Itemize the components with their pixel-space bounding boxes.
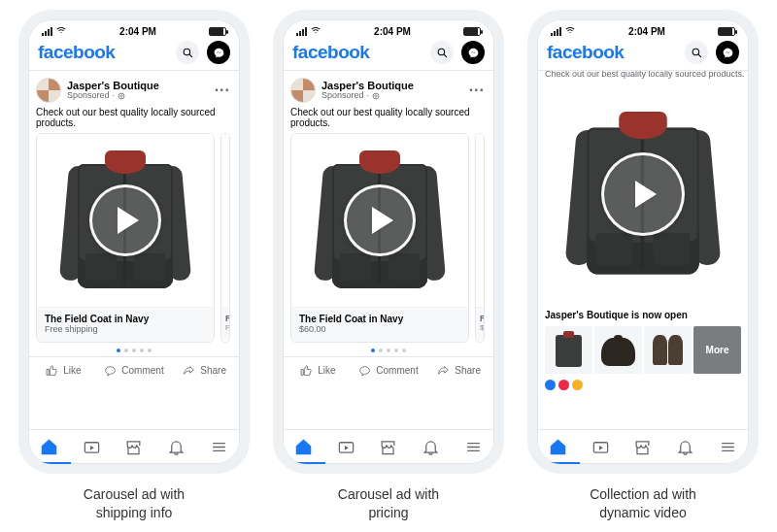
share-button[interactable]: Share: [169, 357, 240, 383]
tab-marketplace[interactable]: [113, 430, 155, 464]
tab-home[interactable]: [28, 430, 71, 464]
tab-marketplace[interactable]: [367, 430, 410, 464]
wifi-icon: [310, 25, 321, 37]
comment-button[interactable]: Comment: [354, 357, 424, 383]
tab-watch[interactable]: [325, 430, 368, 464]
advertiser-avatar[interactable]: [290, 78, 316, 103]
share-button[interactable]: Share: [423, 357, 494, 383]
phone-mock-3: 2:04 PM facebook Check out our best qual…: [527, 10, 759, 474]
tab-bar: [28, 429, 240, 464]
collection-headline: Jasper's Boutique is now open: [537, 304, 749, 326]
like-button[interactable]: Like: [283, 357, 354, 383]
facebook-logo: facebook: [292, 42, 369, 63]
tab-watch[interactable]: [71, 430, 114, 464]
post-actions: Like Comment Share: [283, 356, 494, 383]
status-bar: 2:04 PM: [283, 19, 494, 39]
carousel-card-2-peek[interactable]: Ribl $80: [475, 133, 485, 343]
svg-point-14: [693, 49, 699, 55]
tab-bar: [283, 429, 494, 464]
reaction-haha-icon: [572, 380, 583, 390]
figure-caption-3: Collection ad with dynamic video: [590, 485, 696, 522]
comment-button[interactable]: Comment: [99, 357, 170, 383]
figure-caption-1: Carousel ad with shipping info: [84, 485, 185, 522]
product-subtitle: $60.00: [299, 324, 460, 334]
status-time: 2:04 PM: [628, 26, 665, 37]
status-time: 2:04 PM: [119, 26, 156, 37]
post-caption: Check out our best quality locally sourc…: [283, 106, 494, 133]
tab-home[interactable]: [283, 430, 325, 464]
post-caption-truncated: Check out our best quality locally sourc…: [537, 71, 749, 79]
product-title: The Field Coat in Navy: [45, 314, 206, 324]
tab-menu[interactable]: [706, 430, 749, 464]
thumb-3[interactable]: [644, 326, 692, 374]
carousel-card-2-peek[interactable]: Ribl Free: [220, 133, 230, 343]
svg-point-7: [438, 49, 445, 55]
tab-notifications[interactable]: [155, 430, 198, 464]
tab-notifications[interactable]: [664, 430, 707, 464]
tab-home[interactable]: [537, 430, 580, 464]
carousel[interactable]: The Field Coat in Navy $60.00 Ribl $80: [283, 133, 494, 343]
search-icon[interactable]: [430, 41, 454, 64]
battery-icon: [718, 27, 735, 36]
signal-icon: [551, 27, 561, 36]
facebook-logo: facebook: [547, 42, 624, 63]
messenger-icon[interactable]: [461, 41, 485, 64]
battery-icon: [463, 27, 481, 36]
collection-hero[interactable]: [545, 84, 741, 304]
status-bar: 2:04 PM: [537, 19, 749, 39]
collection-thumbnails: More: [537, 326, 749, 378]
post-header: Jasper's Boutique Sponsored · ···: [28, 71, 240, 106]
play-icon[interactable]: [89, 184, 161, 256]
messenger-icon[interactable]: [207, 41, 230, 64]
reactions-row[interactable]: [537, 378, 749, 390]
thumb-2[interactable]: [594, 326, 642, 374]
svg-point-0: [184, 49, 190, 55]
product-video[interactable]: [291, 134, 468, 307]
app-bar: facebook: [537, 39, 749, 71]
figure-caption-2: Carousel ad with pricing: [338, 485, 439, 522]
facebook-logo: facebook: [38, 42, 115, 63]
tab-menu[interactable]: [197, 430, 240, 464]
like-button[interactable]: Like: [28, 357, 99, 383]
svg-line-1: [189, 54, 192, 57]
product-title: The Field Coat in Navy: [299, 314, 460, 324]
reaction-like-icon: [545, 380, 556, 390]
post-caption: Check out our best quality locally sourc…: [28, 106, 240, 133]
tab-bar: [537, 429, 749, 464]
post-header: Jasper's Boutique Sponsored · ···: [283, 71, 494, 106]
tab-marketplace[interactable]: [622, 430, 664, 464]
svg-line-15: [698, 54, 701, 57]
product-video[interactable]: [37, 134, 214, 307]
status-time: 2:04 PM: [374, 26, 411, 37]
svg-line-8: [444, 54, 447, 57]
globe-icon: [118, 92, 125, 100]
carousel-pager: [283, 343, 494, 356]
tab-menu[interactable]: [452, 430, 494, 464]
search-icon[interactable]: [685, 41, 708, 64]
phone-mock-1: 2:04 PM facebook Jasper's Boutique Spons…: [18, 10, 250, 474]
signal-icon: [296, 27, 307, 36]
app-bar: facebook: [28, 39, 240, 71]
carousel-card-1[interactable]: The Field Coat in Navy $60.00: [290, 133, 469, 343]
carousel[interactable]: The Field Coat in Navy Free shipping Rib…: [28, 133, 240, 343]
advertiser-avatar[interactable]: [36, 78, 61, 103]
phone-mock-2: 2:04 PM facebook Jasper's Boutique Spons…: [273, 10, 504, 474]
messenger-icon[interactable]: [716, 41, 739, 64]
thumb-1[interactable]: [545, 326, 592, 374]
carousel-card-1[interactable]: The Field Coat in Navy Free shipping: [36, 133, 215, 343]
app-bar: facebook: [283, 39, 494, 71]
reaction-love-icon: [558, 380, 569, 390]
tab-watch[interactable]: [580, 430, 623, 464]
sponsored-label: Sponsored ·: [321, 91, 463, 101]
signal-icon: [42, 27, 52, 36]
wifi-icon: [564, 25, 576, 37]
tab-notifications[interactable]: [410, 430, 453, 464]
product-subtitle: Free shipping: [45, 324, 206, 334]
search-icon[interactable]: [176, 41, 199, 64]
thumb-more[interactable]: More: [693, 326, 741, 374]
play-icon[interactable]: [344, 184, 416, 256]
carousel-pager: [28, 343, 240, 356]
hero-video[interactable]: [545, 84, 741, 304]
play-icon[interactable]: [601, 152, 685, 236]
status-bar: 2:04 PM: [28, 19, 240, 39]
